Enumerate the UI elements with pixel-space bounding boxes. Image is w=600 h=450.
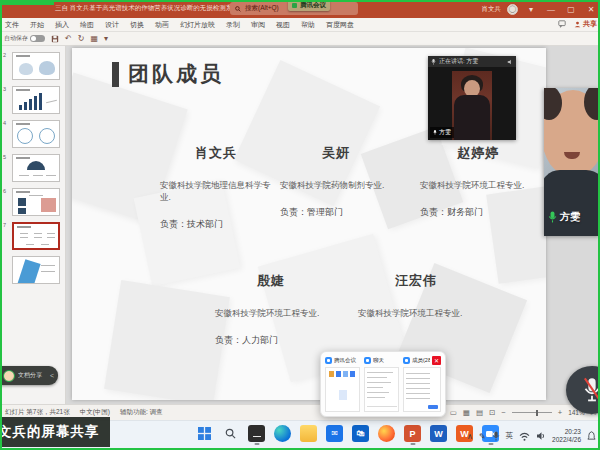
zoom-in-icon[interactable]: +	[558, 408, 562, 417]
share-button[interactable]: 共享	[574, 19, 597, 29]
powerpoint-icon[interactable]: P	[404, 425, 421, 442]
tab-design[interactable]: 设计	[105, 20, 119, 30]
autosave-toggle[interactable]: 自动保存	[4, 34, 45, 43]
start-button[interactable]	[196, 425, 213, 442]
thumbnail-row[interactable]: 6	[12, 188, 61, 216]
tab-baidu-netdisk[interactable]: 百度网盘	[326, 20, 354, 30]
tab-help[interactable]: 帮助	[301, 20, 315, 30]
taskbar-app-dark[interactable]	[248, 425, 265, 442]
speaker-window-header: 正在讲话: 方雯	[428, 56, 516, 67]
meeting-mini-toolbar[interactable]: 文档分享 <	[0, 366, 58, 385]
tab-home[interactable]: 开始	[30, 20, 44, 30]
zoom-out-icon[interactable]: −	[501, 408, 505, 417]
slide-title-block[interactable]: 团队成员	[112, 60, 224, 88]
preview-thumbnail[interactable]	[364, 367, 399, 412]
mic-icon	[433, 130, 437, 135]
tray-mic-icon[interactable]	[492, 431, 500, 441]
account-name: 肖文兵	[482, 5, 502, 14]
tab-draw[interactable]: 绘图	[80, 20, 94, 30]
close-preview-button[interactable]: ✕	[432, 356, 441, 365]
system-tray: ∧ ✎ 英 20:23 2022/4/26	[467, 423, 596, 449]
member-card[interactable]: 赵婷婷 安徽科技学院环境工程专业. 负责：财务部门	[420, 144, 536, 219]
member-role: 负责：管理部门	[280, 206, 392, 219]
slide-thumbnail[interactable]	[12, 188, 60, 216]
maximize-button[interactable]: ▢	[564, 0, 578, 18]
thumbnail-row[interactable]: 7	[12, 222, 61, 250]
mail-icon[interactable]: ✉	[326, 425, 343, 442]
slide-thumbnail-selected[interactable]	[12, 222, 60, 250]
member-role: 负责：人力部门	[215, 334, 327, 347]
accessibility-status[interactable]: 辅助功能: 调查	[120, 408, 163, 417]
mic-icon	[431, 59, 436, 65]
member-card[interactable]: 肖文兵 安徽科技学院地理信息科学专业. 负责：技术部门	[160, 144, 272, 231]
taskbar-clock[interactable]: 20:23 2022/4/26	[552, 428, 581, 444]
slide-thumbnail-panel[interactable]: 2 3 4	[0, 46, 66, 404]
side-video-window[interactable]: 方雯	[544, 88, 600, 236]
tab-animations[interactable]: 动画	[155, 20, 169, 30]
hidden-icons-chevron[interactable]: ∧	[467, 432, 473, 441]
preview-thumbnail[interactable]	[403, 367, 441, 412]
comments-icon[interactable]	[558, 20, 566, 28]
word-icon[interactable]: W	[430, 425, 447, 442]
minimize-button[interactable]: —	[544, 0, 558, 18]
microsoft-store-icon[interactable]: 🛍	[352, 425, 369, 442]
language-status[interactable]: 中文(中国)	[80, 408, 110, 417]
speaker-video-window[interactable]: 正在讲话: 方雯 方雯	[428, 56, 516, 140]
save-icon[interactable]	[51, 35, 59, 43]
slide-thumbnail[interactable]	[12, 256, 60, 284]
search-taskbar-button[interactable]	[222, 425, 239, 442]
reading-view-icon[interactable]: ▤	[476, 408, 483, 417]
wifi-icon[interactable]	[519, 432, 530, 441]
normal-view-icon[interactable]: ▭	[450, 408, 457, 417]
redo-icon[interactable]: ↻	[78, 34, 85, 43]
edge-icon[interactable]	[274, 425, 291, 442]
tencent-meeting-badge[interactable]: 腾讯会议	[288, 0, 330, 11]
side-video-name-chip: 方雯	[548, 210, 580, 224]
member-card[interactable]: 汪宏伟 安徽科技学院环境工程专业.	[358, 272, 474, 334]
member-card[interactable]: 吴妍 安徽科技学院药物制剂专业. 负责：管理部门	[280, 144, 392, 219]
input-language-indicator[interactable]: 英	[506, 431, 514, 441]
account-avatar[interactable]: ◯	[507, 4, 518, 15]
file-explorer-icon[interactable]	[300, 425, 317, 442]
slideshow-view-icon[interactable]: ⊡	[489, 408, 495, 417]
undo-icon[interactable]: ↶	[65, 34, 72, 43]
thumbnail-row[interactable]: 4	[12, 120, 61, 148]
tab-transitions[interactable]: 切换	[130, 20, 144, 30]
preview-card-chat[interactable]: 聊天	[364, 356, 399, 412]
notification-bell-icon[interactable]	[587, 431, 596, 441]
thumbnail-number: 5	[3, 154, 6, 160]
slide-thumbnail[interactable]	[12, 52, 60, 80]
tab-record[interactable]: 录制	[226, 20, 240, 30]
preview-card-meeting[interactable]: 腾讯会议	[325, 356, 360, 412]
tab-insert[interactable]: 插入	[55, 20, 69, 30]
close-button[interactable]: ✕	[584, 0, 598, 18]
preview-card-members[interactable]: 成员(28) ✕	[403, 356, 441, 412]
slide-sorter-icon[interactable]: ▦	[463, 408, 470, 417]
ribbon-options-icon[interactable]: ▾	[524, 0, 538, 18]
zoom-slider[interactable]	[512, 412, 552, 413]
qat-customize-icon[interactable]: ▾	[104, 34, 108, 43]
firefox-icon[interactable]	[378, 425, 395, 442]
member-role: 负责：财务部门	[420, 206, 536, 219]
tab-file[interactable]: 文件	[5, 20, 19, 30]
thumbnail-row[interactable]: 2	[12, 52, 61, 80]
meeting-status-icon	[292, 3, 297, 8]
pen-icon[interactable]: ✎	[479, 432, 486, 441]
thumbnail-row[interactable]: 3	[12, 86, 61, 114]
thumbnail-row[interactable]: 5	[12, 154, 61, 182]
tab-slideshow[interactable]: 幻灯片放映	[180, 20, 215, 30]
member-card[interactable]: 殷婕 安徽科技学院环境工程专业. 负责：人力部门	[215, 272, 327, 347]
thumbnail-row[interactable]	[12, 256, 61, 284]
slide-thumbnail[interactable]	[12, 154, 60, 182]
date: 2022/4/26	[552, 436, 581, 444]
volume-icon[interactable]	[536, 431, 546, 441]
tab-view[interactable]: 视图	[276, 20, 290, 30]
collapse-icon[interactable]: <	[50, 372, 54, 379]
start-slideshow-icon[interactable]: ▦	[90, 34, 98, 43]
slide-thumbnail[interactable]	[12, 86, 60, 114]
tab-review[interactable]: 审阅	[251, 20, 265, 30]
screen-share-banner: 文兵的屏幕共享	[0, 417, 110, 447]
zoom-slider-thumb[interactable]	[536, 410, 539, 416]
slide-thumbnail[interactable]	[12, 120, 60, 148]
preview-thumbnail[interactable]	[325, 367, 360, 412]
